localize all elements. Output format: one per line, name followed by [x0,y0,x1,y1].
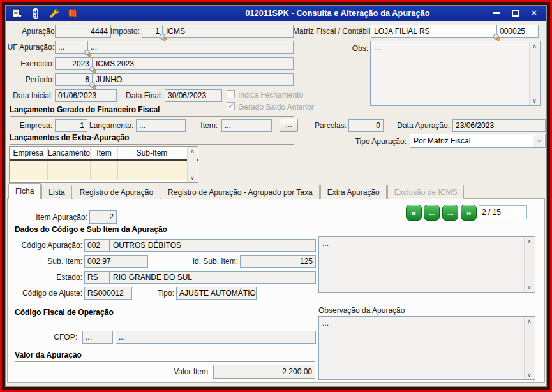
data-inicial-label: Data Inicial: [7,91,53,100]
cfop-section-title: Código Fiscal de Operação [15,308,315,319]
matriz-code-field[interactable]: 000025 [496,25,539,38]
imposto-lookup-icon[interactable] [160,34,165,40]
matriz-label: Matriz Fiscal / Contábil: [293,27,369,36]
dados-section-title: Dados do Código e Sub Item da Apuração [15,225,315,236]
table-scrollbar[interactable] [187,147,197,182]
exercicio-desc-field[interactable]: ICMS 2023 [93,57,294,70]
lancamento-field[interactable]: ... [136,119,186,132]
matriz-name-field[interactable]: LOJA FILIAL RS [371,25,496,38]
wrench-icon[interactable] [48,8,59,19]
item-field[interactable]: ... [221,119,272,132]
nav-first-button[interactable]: « [406,205,422,221]
obs-scrollbar[interactable] [529,42,539,105]
obs-text: ... [374,43,380,52]
tab-ficha[interactable]: Ficha [8,183,41,199]
uf-label: UF Apuração: [7,43,54,52]
table-row[interactable] [10,161,198,180]
empresa-label: Empresa: [7,121,52,130]
titlebar: 012011SPK - Consulta e Alteração da Apur… [6,6,546,21]
data-inicial-field[interactable]: 01/06/2023 [55,89,117,102]
id-sub-item-field[interactable]: 125 [240,255,316,268]
uf-code-field[interactable]: ... [55,41,87,54]
indica-fechamento-checkbox [227,90,235,98]
combo-dropdown-icon [533,135,544,147]
codigo-ajuste-field[interactable]: RS000012 [84,287,132,300]
close-button[interactable] [527,8,541,18]
lancamento-label: Lançamento: [89,121,133,130]
imposto-label: Imposto: [107,27,140,36]
nav-prev-button[interactable]: ← [424,205,440,221]
item-apuracao-label: Item Apuração: [30,213,87,222]
periodo-label: Período: [7,75,54,84]
tipo-field[interactable]: AJUSTE AUTOMÁTICO [176,287,257,300]
minimize-button[interactable] [489,8,503,18]
uf-desc-field[interactable]: ... [87,41,294,54]
tab-extra-apuracao[interactable]: Extra Apuração [320,185,387,199]
periodo-lookup-icon[interactable] [89,82,95,88]
observacao-scrollbar[interactable] [524,317,534,379]
window-title: 012011SPK - Consulta e Alteração da Apur… [197,9,478,18]
cell-lancamento [48,161,91,180]
table-header-row: Empresa Lancamento Item Sub-Item [10,147,198,161]
periodo-desc-field[interactable]: JUNHO [93,73,294,86]
scroll-down-icon[interactable] [527,285,532,290]
column-header-lancamento[interactable]: Lancamento [48,147,91,159]
data-final-field[interactable]: 30/06/2023 [165,89,222,102]
extra-section-title: Lançamentos de Extra-Apuração [10,133,294,145]
financeiro-section-title: Lançamento Gerado do Financeiro Fiscal [10,105,294,117]
parcelas-label: Parcelas: [306,121,347,130]
estado-desc-field[interactable]: RIO GRANDE DO SUL [110,271,316,284]
tab-exclusao-icms: Exclusão de ICMS [387,185,465,199]
exercicio-code-field[interactable]: 2023 [55,57,93,70]
parcelas-field[interactable]: 0 [348,119,384,132]
data-apuracao-field[interactable]: 23/06/2023 [452,119,546,132]
maximize-button[interactable] [508,8,522,18]
matriz-lookup-icon[interactable] [493,34,499,40]
tipo-apuracao-value: Por Matriz Fiscal [414,136,470,145]
indica-fechamento-label: Indica Fechamento [238,91,321,99]
tab-lista[interactable]: Lista [41,185,71,199]
traffic-light-icon[interactable] [29,8,41,19]
scroll-up-icon[interactable] [190,149,195,154]
extra-apuracao-table: Empresa Lancamento Item Sub-Item [9,146,198,183]
cfop-code-field[interactable]: ... [82,331,113,344]
scroll-up-icon[interactable] [532,43,537,48]
uf-lookup-icon[interactable] [84,50,90,55]
item-apuracao-field[interactable]: 2 [89,210,117,224]
obs-textarea[interactable]: ... [370,41,541,106]
export-document-icon[interactable] [11,8,22,19]
nav-last-button[interactable]: » [461,205,477,221]
codigo-apuracao-code-field[interactable]: 002 [84,239,110,252]
book-icon[interactable] [66,8,78,19]
cfop-desc-field[interactable]: ... [116,331,316,344]
dados-notes-textarea[interactable]: ... [318,236,535,293]
scroll-up-icon[interactable] [527,239,532,244]
codigo-apuracao-desc-field[interactable]: OUTROS DÉBITOS [110,239,316,252]
scroll-down-icon[interactable] [190,175,195,180]
apuracao-label: Apuração: [7,27,57,36]
apuracao-field[interactable]: 4444 [55,25,111,38]
nav-next-button[interactable]: → [442,205,458,221]
tipo-apuracao-select[interactable]: Por Matriz Fiscal [410,134,546,148]
tab-registro-apuracao[interactable]: Registro de Apuração [73,185,160,199]
valor-item-field[interactable]: 2 200.00 [213,365,315,379]
periodo-code-field[interactable]: 6 [55,73,93,86]
column-header-item[interactable]: Item [91,147,118,159]
notes-scrollbar[interactable] [524,238,534,291]
scroll-down-icon[interactable] [527,372,532,377]
observacao-textarea[interactable]: ... [318,316,535,380]
obs-label: Obs: [336,44,368,53]
estado-code-field[interactable]: RS [84,271,110,284]
scroll-up-icon[interactable] [527,319,532,324]
estado-label: Estado: [38,273,82,282]
item-browse-button[interactable]: ... [280,119,298,132]
tab-registro-agrupado-taxa[interactable]: Registro de Apuração - Agrupado por Taxa [161,185,320,199]
column-header-empresa[interactable]: Empresa [10,147,48,159]
exercicio-lookup-icon[interactable] [89,66,95,72]
column-header-subitem[interactable]: Sub-Item [118,147,186,159]
empresa-field[interactable]: 1 [55,119,87,132]
scroll-down-icon[interactable] [532,98,537,103]
exercicio-label: Exercício: [7,59,54,68]
sub-item-field[interactable]: 002.97 [84,255,148,268]
imposto-desc-field[interactable]: ICMS [163,25,294,38]
